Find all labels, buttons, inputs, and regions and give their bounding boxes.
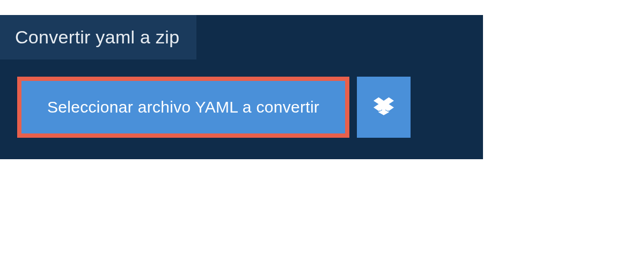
converter-panel: Convertir yaml a zip Seleccionar archivo… [0,15,483,159]
converter-tab[interactable]: Convertir yaml a zip [0,15,196,59]
dropbox-icon [374,96,394,118]
select-file-label: Seleccionar archivo YAML a convertir [47,98,319,116]
upload-area: Seleccionar archivo YAML a convertir [0,59,483,159]
select-file-highlight: Seleccionar archivo YAML a convertir [17,77,349,138]
dropbox-button[interactable] [357,77,411,138]
tab-title: Convertir yaml a zip [15,27,179,47]
select-file-button[interactable]: Seleccionar archivo YAML a convertir [21,81,345,133]
